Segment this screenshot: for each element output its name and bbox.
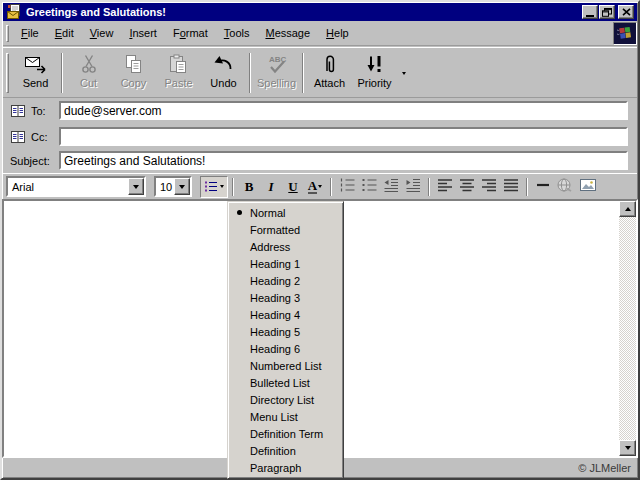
style-menu-item-label: Directory List [250,394,314,406]
style-menu-item-heading-1[interactable]: Heading 1 [228,255,343,272]
subject-label: Subject: [10,155,50,167]
cc-field [59,127,628,146]
separator [249,53,251,93]
to-label: To: [31,105,46,117]
to-input[interactable] [61,104,626,118]
insert-hyperlink-button[interactable] [554,176,576,198]
style-menu-item-heading-6[interactable]: Heading 6 [228,340,343,357]
spelling-button[interactable]: ABCSpelling [254,51,299,95]
toolbar-button-label: Priority [357,77,391,89]
font-size-select[interactable]: 10 [154,176,192,197]
justify-icon [503,177,519,196]
font-family-dropdown-button[interactable] [128,178,144,195]
style-menu-item-label: Heading 2 [250,275,300,287]
cc-label: Cc: [31,131,48,143]
address-book-icon[interactable] [10,130,26,144]
style-menu-item-heading-3[interactable]: Heading 3 [228,289,343,306]
cut-button[interactable]: Cut [66,51,111,95]
style-menu-item-numbered-list[interactable]: Numbered List [228,357,343,374]
paragraph-style-button[interactable] [200,176,228,198]
numbered-list-button[interactable] [336,176,358,198]
font-family-select[interactable]: Arial [6,176,146,197]
bulleted-list-icon [361,177,377,196]
menu-item-help[interactable]: Help [318,24,357,42]
style-menu-item-paragraph[interactable]: Paragraph [228,459,343,476]
align-right-button[interactable] [478,176,500,198]
undo-button[interactable]: Undo [201,51,246,95]
arrow-up-icon [625,207,631,211]
chevron-down-icon [133,185,139,189]
style-menu-item-label: Menu List [250,411,298,423]
style-menu-item-directory-list[interactable]: Directory List [228,391,343,408]
subject-input[interactable] [61,154,626,168]
menu-item-file[interactable]: File [13,24,47,42]
font-color-button[interactable]: A [304,176,326,198]
increase-indent-button[interactable] [402,176,424,198]
style-menu-item-heading-4[interactable]: Heading 4 [228,306,343,323]
style-menu-item-menu-list[interactable]: Menu List [228,408,343,425]
separator [302,53,304,93]
style-menu-item-definition[interactable]: Definition [228,442,343,459]
windows-logo-icon [613,22,637,45]
underline-button[interactable]: U [282,176,304,198]
minimize-button[interactable] [582,5,598,19]
align-center-button[interactable] [456,176,478,198]
menu-bar: FileEditViewInsertFormatToolsMessageHelp [3,21,637,46]
numbered-list-icon [339,177,355,196]
style-menu-item-heading-5[interactable]: Heading 5 [228,323,343,340]
menu-item-view[interactable]: View [82,24,122,42]
cc-input[interactable] [61,130,626,144]
decrease-indent-button[interactable] [380,176,402,198]
spelling-icon: ABC [265,54,289,75]
vertical-scrollbar [619,201,636,456]
menu-item-edit[interactable]: Edit [47,24,82,42]
address-book-icon[interactable] [10,104,26,118]
toolbar-button-label: Cut [80,77,97,89]
style-menu-item-address[interactable]: Address [228,238,343,255]
font-size-value: 10 [156,181,174,193]
separator [330,178,332,196]
attach-button[interactable]: Attach [307,51,352,95]
toolbar-overflow-button[interactable] [397,51,411,95]
horizontal-line-button[interactable] [532,176,554,198]
style-menu-item-heading-2[interactable]: Heading 2 [228,272,343,289]
insert-picture-button[interactable] [576,176,600,198]
priority-button[interactable]: Priority [352,51,397,95]
style-menu-item-label: Heading 4 [250,309,300,321]
menu-item-tools[interactable]: Tools [216,24,258,42]
italic-button[interactable]: I [260,176,282,198]
style-menu-item-label: Normal [250,207,285,219]
font-family-value: Arial [8,181,128,193]
style-menu-item-formatted[interactable]: Formatted [228,221,343,238]
menu-item-insert[interactable]: Insert [121,24,165,42]
new-message-icon [6,4,22,20]
menubar-grip[interactable] [6,25,9,42]
menu-item-format[interactable]: Format [165,24,216,42]
selected-bullet-icon [228,210,250,215]
bold-button[interactable]: B [238,176,260,198]
style-menu-item-bulleted-list[interactable]: Bulleted List [228,374,343,391]
send-button[interactable]: Send [13,51,58,95]
separator [428,178,430,196]
menu-item-message[interactable]: Message [257,24,318,42]
format-toolbar: Arial 10 B I U A [3,173,637,199]
align-right-icon [481,177,497,196]
copy-button[interactable]: Copy [111,51,156,95]
paste-button[interactable]: Paste [156,51,201,95]
close-button[interactable] [618,5,634,19]
decrease-indent-icon [383,177,399,196]
bulleted-list-button[interactable] [358,176,380,198]
toolbar-button-label: Paste [164,77,192,89]
style-menu-item-label: Bulleted List [250,377,310,389]
scroll-up-button[interactable] [619,201,636,217]
style-menu-item-normal[interactable]: Normal [228,204,343,221]
restore-button[interactable] [599,5,615,19]
style-menu-item-definition-term[interactable]: Definition Term [228,425,343,442]
separator [526,178,528,196]
align-left-button[interactable] [434,176,456,198]
titlebar[interactable]: Greetings and Salutations! [3,3,637,21]
scroll-down-button[interactable] [619,440,636,456]
justify-button[interactable] [500,176,522,198]
font-size-dropdown-button[interactable] [174,178,190,195]
toolbar-grip[interactable] [6,53,9,93]
